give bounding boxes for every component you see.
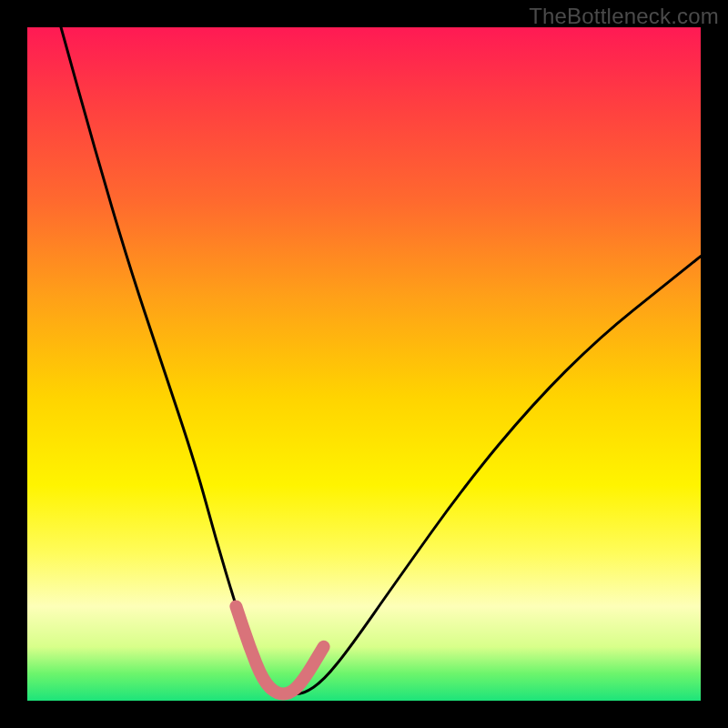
outer-frame: TheBottleneck.com [0, 0, 728, 728]
plot-area [27, 27, 701, 701]
watermark-text: TheBottleneck.com [529, 4, 719, 29]
bottleneck-curve-path [61, 27, 701, 694]
valley-highlight-path [236, 606, 323, 693]
curve-svg [27, 27, 701, 701]
